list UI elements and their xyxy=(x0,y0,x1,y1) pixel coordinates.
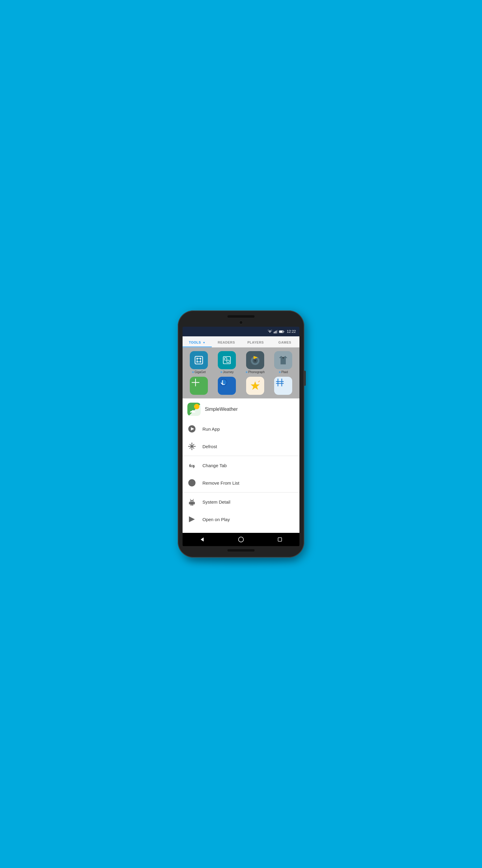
svg-rect-6 xyxy=(279,331,283,333)
app-label-plaid: ❄Plaid xyxy=(279,370,288,374)
tab-games[interactable]: GAMES xyxy=(270,336,299,347)
svg-marker-30 xyxy=(251,381,260,390)
app-item-phonograph[interactable]: ❄Phonograph xyxy=(243,351,268,374)
menu-divider-1 xyxy=(183,456,299,456)
open-on-play-label: Open on Play xyxy=(202,517,230,522)
menu-item-system-detail[interactable]: System Detail xyxy=(183,493,299,510)
app-item-gigaget[interactable]: ❄GigaGet xyxy=(186,351,212,374)
app-item-partial-3[interactable] xyxy=(243,377,268,395)
svg-line-31 xyxy=(258,381,260,382)
speaker-bottom xyxy=(227,549,255,552)
journey-app-icon xyxy=(221,354,232,366)
android-icon xyxy=(187,497,196,506)
tab-players[interactable]: PLAYERS xyxy=(241,336,270,347)
dropdown-arrow: ▼ xyxy=(203,341,205,344)
menu-item-uninstall[interactable]: Uninstall xyxy=(183,528,299,533)
svg-point-46 xyxy=(191,501,191,501)
menu-item-remove-from-list[interactable]: Remove From List xyxy=(183,474,299,492)
play-store-icon xyxy=(187,515,196,524)
menu-divider-2 xyxy=(183,492,299,493)
battery-icon xyxy=(279,330,284,334)
svg-point-23 xyxy=(255,360,256,361)
app-item-plaid[interactable]: ❄Plaid xyxy=(271,351,296,374)
svg-marker-55 xyxy=(201,537,204,541)
nav-bar xyxy=(183,533,299,546)
tab-tools[interactable]: TOOLS ▼ xyxy=(183,336,212,347)
back-icon xyxy=(199,536,205,542)
system-detail-label: System Detail xyxy=(202,499,230,504)
menu-item-defrost[interactable]: Defrost xyxy=(183,438,299,455)
partial-icon-1 xyxy=(190,377,201,388)
tab-readers[interactable]: READERS xyxy=(212,336,241,347)
speaker-top xyxy=(227,315,255,318)
svg-rect-3 xyxy=(277,330,278,333)
snowflake-icon xyxy=(187,442,196,451)
menu-item-open-on-play[interactable]: Open on Play xyxy=(183,510,299,528)
app-item-journey[interactable]: ❄Journey xyxy=(215,351,240,374)
recent-icon xyxy=(277,537,283,542)
svg-rect-17 xyxy=(224,358,227,360)
svg-rect-18 xyxy=(227,360,229,363)
svg-rect-7 xyxy=(195,356,202,364)
nav-recent-button[interactable] xyxy=(275,535,284,544)
signal-icon xyxy=(274,330,278,334)
app-grid: ❄GigaGet ❄Journey xyxy=(183,347,299,398)
arrows-icon xyxy=(187,461,196,470)
phone-screen: 12:22 TOOLS ▼ READERS PLAYERS GAMES xyxy=(183,327,299,546)
svg-rect-5 xyxy=(284,331,284,332)
svg-point-42 xyxy=(195,446,195,447)
svg-point-41 xyxy=(188,446,189,447)
svg-point-39 xyxy=(191,443,192,444)
app-label-journey: ❄Journey xyxy=(220,370,234,374)
phonograph-app-icon xyxy=(249,354,261,367)
status-bar: 12:22 xyxy=(183,327,299,336)
app-item-partial-1[interactable] xyxy=(186,377,212,395)
partial-icon-3 xyxy=(250,380,261,391)
remove-from-list-label: Remove From List xyxy=(202,480,239,486)
svg-line-48 xyxy=(190,499,191,500)
svg-rect-2 xyxy=(276,331,277,333)
menu-app-header: SimpleWeather xyxy=(183,398,299,420)
svg-rect-1 xyxy=(275,331,275,333)
menu-app-name: SimpleWeather xyxy=(205,407,238,412)
volume-button xyxy=(304,371,306,386)
front-camera xyxy=(239,321,243,324)
svg-point-40 xyxy=(191,449,192,450)
menu-item-change-tab[interactable]: Change Tab xyxy=(183,457,299,474)
nav-home-button[interactable] xyxy=(236,535,246,544)
partial-icon-2 xyxy=(218,377,229,388)
wifi-icon xyxy=(267,330,272,334)
change-tab-label: Change Tab xyxy=(202,463,227,468)
app-item-partial-2[interactable] xyxy=(215,377,240,395)
gigaget-app-icon xyxy=(193,354,204,366)
run-app-label: Run App xyxy=(202,427,220,432)
defrost-label: Defrost xyxy=(202,444,217,449)
svg-point-29 xyxy=(220,379,227,386)
simpleweather-icon xyxy=(187,403,201,416)
close-circle-icon xyxy=(187,478,196,487)
svg-line-49 xyxy=(193,499,193,500)
partial-icon-4 xyxy=(274,377,286,388)
app-label-gigaget: ❄GigaGet xyxy=(192,370,206,374)
menu-item-run-app[interactable]: Run App xyxy=(183,420,299,438)
play-icon xyxy=(187,424,196,433)
context-menu: SimpleWeather Run App xyxy=(183,398,299,533)
plaid-app-icon xyxy=(277,354,289,367)
svg-point-47 xyxy=(193,501,193,501)
nav-back-button[interactable] xyxy=(198,535,207,544)
app-item-partial-4[interactable] xyxy=(271,377,296,395)
phone-device: 12:22 TOOLS ▼ READERS PLAYERS GAMES xyxy=(178,310,304,558)
svg-rect-0 xyxy=(274,332,275,333)
status-icons: 12:22 xyxy=(267,330,296,334)
svg-point-56 xyxy=(238,537,244,542)
tab-bar: TOOLS ▼ READERS PLAYERS GAMES xyxy=(183,336,299,347)
svg-rect-32 xyxy=(274,377,286,388)
home-icon xyxy=(238,536,244,542)
status-time: 12:22 xyxy=(287,330,296,334)
app-label-phonograph: ❄Phonograph xyxy=(246,370,265,374)
svg-rect-57 xyxy=(278,538,282,541)
